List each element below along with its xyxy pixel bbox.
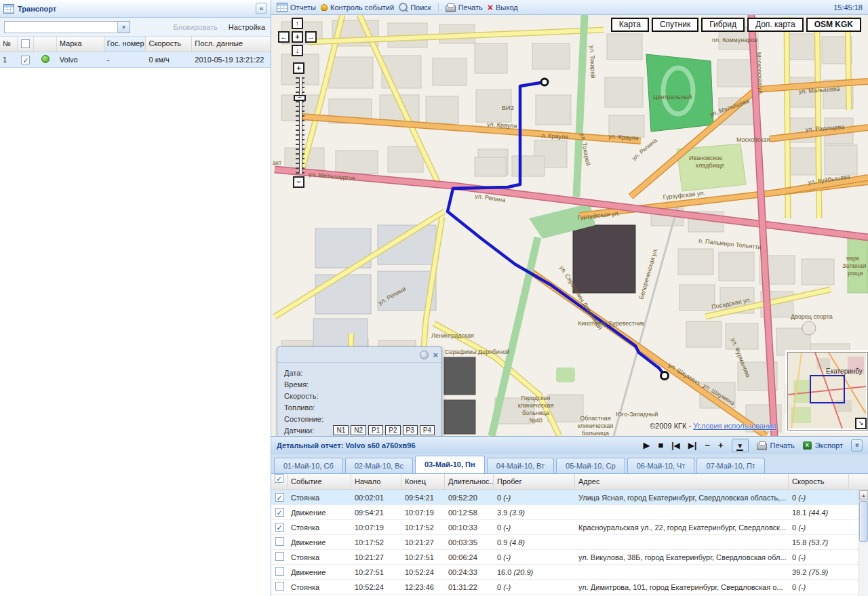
col-speed[interactable]: Скорость [789,474,849,490]
map-type-dop-karta[interactable]: Доп. карта [747,18,804,32]
report-export-button[interactable]: XЭкспорт [803,441,843,450]
svg-text:Ивановское: Ивановское [689,155,722,161]
transport-panel-title: Транспорт [18,5,56,13]
svg-text:Юго-Западный: Юго-Западный [616,411,658,418]
pan-down-button[interactable]: ↓ [292,45,303,56]
table-row[interactable]: Движение 10:17:52 10:21:27 00:03:35 0.9 … [271,535,868,550]
step-back-button[interactable]: |◀ [671,441,680,450]
col-check[interactable]: ✓ [271,474,288,490]
sensor-n1[interactable]: N1 [333,425,349,435]
row-checkbox[interactable]: ✓ [275,508,284,517]
follow-icon[interactable] [420,351,429,359]
col-check[interactable] [18,37,34,52]
col-speed[interactable]: Скорость [146,37,192,52]
col-end[interactable]: Конец [401,474,445,490]
terms-link[interactable]: Условия использования [693,422,776,430]
col-status[interactable] [34,37,57,52]
pan-right-button[interactable]: → [305,31,317,43]
stop-button[interactable]: ■ [658,441,663,450]
tab-04-may[interactable]: 04-Май-10, Вт [487,458,554,473]
table-row[interactable]: Стоянка 10:21:27 10:27:51 00:06:24 0 (-)… [271,550,868,565]
scrollbar-thumb[interactable] [859,501,868,542]
zoom-slider[interactable]: − [296,77,304,174]
transport-panel: Транспорт « ▾ Блокировать Настройка № Ма… [0,0,271,596]
pan-center-button[interactable]: + [292,31,303,43]
sensor-p4[interactable]: P4 [420,425,435,435]
zoom-slider-handle[interactable]: − [294,95,306,101]
event-control-button[interactable]: Контроль событий [321,3,394,12]
tab-02-may[interactable]: 02-Май-10, Вс [345,458,413,473]
snap-to-end-button[interactable]: ▼ [732,439,749,452]
header-checkbox[interactable]: ✓ [275,474,283,483]
col-duration[interactable]: Длительнос... [445,474,494,490]
svg-text:роща: роща [848,270,863,277]
vehicle-checkbox[interactable]: ✓ [21,56,30,64]
table-row[interactable]: ✓ Движение 09:54:21 10:07:19 00:12:58 3.… [271,505,868,520]
col-event[interactable]: Событие [288,474,351,490]
play-button[interactable]: ▶ [643,441,650,450]
col-start[interactable]: Начало [351,474,401,490]
map-type-sputnik[interactable]: Спутник [652,18,698,32]
row-checkbox[interactable] [275,582,284,591]
row-checkbox[interactable] [275,537,284,546]
col-last-data[interactable]: Посл. данные [192,37,271,52]
vertical-scrollbar[interactable]: ▲ [859,490,868,596]
collapse-panel-button[interactable]: « [256,3,267,14]
table-row[interactable]: ✓ Стоянка 00:02:01 09:54:21 09:52:20 0 (… [271,490,868,505]
collapse-report-button[interactable]: « [851,439,863,452]
scroll-up-button[interactable]: ▲ [859,490,868,500]
tab-05-may[interactable]: 05-Май-10, Ср [556,458,625,473]
header-checkbox[interactable] [21,39,30,48]
report-header: Детальный отчет: Volvo s60 а760хв96 ▶ ■ … [271,437,868,454]
table-row[interactable]: Движение 10:27:51 10:52:24 00:24:33 16.0… [271,565,868,580]
close-icon[interactable]: × [433,351,438,359]
sensor-p3[interactable]: P3 [403,425,418,435]
row-checkbox[interactable]: ✓ [275,523,284,532]
minimap-resize-icon[interactable]: ↘ [855,418,867,429]
sensor-n2[interactable]: N2 [351,425,366,435]
pan-left-button[interactable]: ← [278,31,290,43]
col-address[interactable]: Адрес [575,474,789,490]
tab-03-may[interactable]: 03-Май-10, Пн [415,456,485,473]
row-checkbox[interactable]: ✓ [275,493,284,502]
lock-link: Блокировать [174,23,218,31]
minimap-svg: Екатеринбу [788,353,866,429]
map-canvas[interactable]: ВИЗ ул. Крауля л. Крауля ул. Крауля ул. … [271,15,868,436]
sensor-p1[interactable]: P1 [368,425,383,435]
exit-button[interactable]: ×Выход [488,3,518,12]
vehicle-row[interactable]: 1 ✓ Volvo - 0 км/ч 2010-05-19 13:21:22 [0,52,271,68]
vehicle-filter-input[interactable] [4,21,118,33]
pan-up-button[interactable]: ↑ [292,18,303,29]
slower-button[interactable]: − [705,441,710,450]
tab-01-may[interactable]: 01-Май-10, Сб [274,458,343,473]
map-type-gibrid[interactable]: Гибрид [701,18,745,32]
sensor-p2[interactable]: P2 [385,425,400,435]
tab-07-may[interactable]: 07-Май-10, Пт [696,458,764,473]
print-button[interactable]: Печать [446,3,483,12]
transport-panel-header: Транспорт « [0,0,271,18]
row-checkbox[interactable] [275,567,284,576]
table-row[interactable]: Стоянка 10:52:24 12:23:46 01:31:22 0 (-)… [271,580,868,595]
col-num[interactable]: № [0,37,18,52]
map-type-osm-kgk[interactable]: OSM KGK [806,18,861,32]
excel-icon: X [803,441,812,450]
step-forward-button[interactable]: ▶| [688,441,697,450]
settings-link[interactable]: Настройка [229,23,265,31]
col-mileage[interactable]: Пробег [494,474,575,490]
zoom-in-button[interactable]: + [293,62,304,74]
col-plate[interactable]: Гос. номер ▴ [104,37,146,52]
reports-button[interactable]: Отчеты [277,3,316,12]
tab-06-may[interactable]: 06-Май-10, Чт [627,458,695,473]
map-type-karta[interactable]: Карта [611,18,649,32]
minimap[interactable]: Екатеринбу ↘ [787,352,868,431]
search-button[interactable]: Поиск [399,3,431,12]
svg-text:Московская: Московская [736,136,770,143]
row-checkbox[interactable] [275,552,284,561]
faster-button[interactable]: + [718,441,724,450]
zoom-out-button[interactable]: − [293,176,304,188]
col-brand[interactable]: Марка [57,37,104,52]
vehicle-filter-dropdown-button[interactable]: ▾ [118,21,130,33]
reports-icon [277,3,288,12]
report-print-button[interactable]: Печать [757,441,795,450]
table-row[interactable]: ✓ Стоянка 10:07:19 10:17:52 00:10:33 0 (… [271,520,868,535]
